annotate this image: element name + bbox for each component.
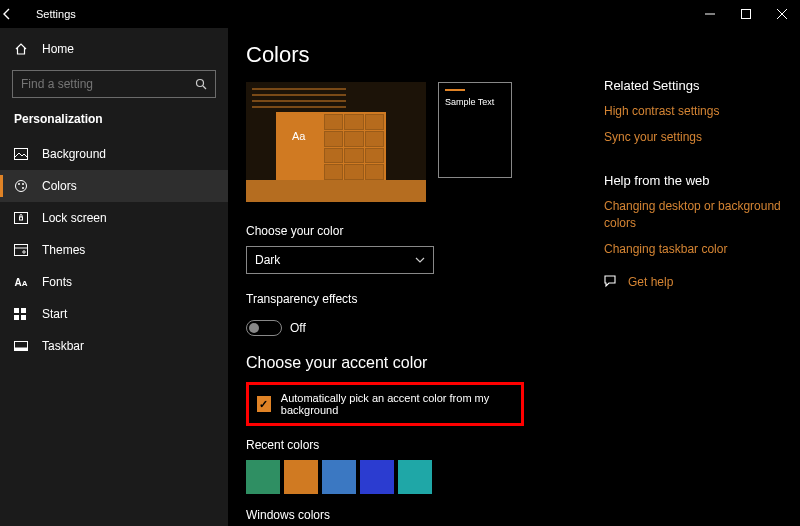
back-button[interactable] — [0, 7, 28, 21]
svg-rect-10 — [20, 217, 23, 220]
recent-colors-label: Recent colors — [246, 438, 800, 452]
close-button[interactable] — [764, 0, 800, 28]
dropdown-value: Dark — [255, 253, 280, 267]
right-column: Related Settings High contrast settings … — [604, 78, 784, 289]
search-input[interactable] — [21, 77, 195, 91]
related-settings-heading: Related Settings — [604, 78, 784, 93]
preview-desktop: Aa — [246, 82, 426, 202]
sidebar-item-fonts[interactable]: AA Fonts — [0, 266, 228, 298]
search-icon — [195, 78, 207, 90]
chevron-down-icon — [415, 257, 425, 263]
palette-icon — [14, 179, 28, 193]
svg-rect-11 — [15, 245, 28, 256]
transparency-label: Transparency effects — [246, 292, 800, 306]
preview-aa: Aa — [292, 130, 305, 142]
sidebar-item-lock-screen[interactable]: Lock screen — [0, 202, 228, 234]
sidebar-item-label: Start — [42, 307, 67, 321]
color-swatch[interactable] — [246, 460, 280, 494]
help-heading: Help from the web — [604, 173, 784, 188]
svg-point-2 — [197, 80, 204, 87]
svg-rect-4 — [15, 149, 28, 160]
sidebar-category: Personalization — [0, 106, 228, 134]
lock-screen-icon — [14, 212, 28, 224]
sidebar-item-label: Lock screen — [42, 211, 107, 225]
sidebar-item-label: Fonts — [42, 275, 72, 289]
sidebar-item-colors[interactable]: Colors — [0, 170, 228, 202]
picture-icon — [14, 148, 28, 160]
svg-point-5 — [16, 181, 27, 192]
taskbar-icon — [14, 341, 28, 351]
content-area: Colors Aa Sample Text Choose your color … — [228, 28, 800, 526]
get-help-label: Get help — [628, 275, 673, 289]
maximize-button[interactable] — [728, 0, 764, 28]
link-changing-desktop-colors[interactable]: Changing desktop or background colors — [604, 198, 784, 230]
sidebar-item-taskbar[interactable]: Taskbar — [0, 330, 228, 362]
link-changing-taskbar-color[interactable]: Changing taskbar color — [604, 241, 784, 257]
sidebar-item-label: Colors — [42, 179, 77, 193]
sidebar: Home Personalization Background Colors L… — [0, 28, 228, 526]
home-icon — [14, 42, 28, 56]
get-help-link[interactable]: Get help — [604, 275, 784, 289]
auto-pick-checkbox[interactable]: ✓ — [257, 396, 271, 412]
color-swatch[interactable] — [360, 460, 394, 494]
sidebar-home-label: Home — [42, 42, 74, 56]
fonts-icon: AA — [14, 275, 28, 289]
sidebar-item-background[interactable]: Background — [0, 138, 228, 170]
svg-rect-13 — [14, 308, 19, 313]
svg-point-12 — [23, 251, 25, 253]
color-swatch[interactable] — [284, 460, 318, 494]
choose-color-dropdown[interactable]: Dark — [246, 246, 434, 274]
svg-rect-14 — [21, 308, 26, 313]
search-box[interactable] — [12, 70, 216, 98]
windows-colors-label: Windows colors — [246, 508, 800, 522]
auto-pick-highlight: ✓ Automatically pick an accent color fro… — [246, 382, 524, 426]
svg-point-6 — [18, 183, 20, 185]
minimize-button[interactable] — [692, 0, 728, 28]
preview-window: Sample Text — [438, 82, 512, 178]
svg-rect-1 — [742, 10, 751, 19]
themes-icon — [14, 244, 28, 256]
window-title: Settings — [36, 8, 692, 20]
sidebar-item-start[interactable]: Start — [0, 298, 228, 330]
page-title: Colors — [246, 42, 800, 68]
title-bar: Settings — [0, 0, 800, 28]
sidebar-item-label: Taskbar — [42, 339, 84, 353]
svg-rect-18 — [15, 348, 28, 351]
sidebar-item-label: Themes — [42, 243, 85, 257]
recent-colors-row — [246, 460, 800, 494]
svg-point-7 — [22, 183, 24, 185]
sidebar-item-themes[interactable]: Themes — [0, 234, 228, 266]
auto-pick-label: Automatically pick an accent color from … — [281, 392, 513, 416]
start-icon — [14, 308, 28, 320]
svg-point-8 — [22, 187, 24, 189]
link-high-contrast[interactable]: High contrast settings — [604, 103, 784, 119]
svg-rect-15 — [14, 315, 19, 320]
sidebar-home[interactable]: Home — [0, 34, 228, 64]
sidebar-item-label: Background — [42, 147, 106, 161]
chat-icon — [604, 275, 618, 288]
svg-line-3 — [203, 86, 206, 89]
accent-heading: Choose your accent color — [246, 354, 800, 372]
color-swatch[interactable] — [398, 460, 432, 494]
transparency-toggle[interactable] — [246, 320, 282, 336]
color-swatch[interactable] — [322, 460, 356, 494]
svg-rect-16 — [21, 315, 26, 320]
link-sync-settings[interactable]: Sync your settings — [604, 129, 784, 145]
transparency-state: Off — [290, 321, 306, 335]
preview-sample-text: Sample Text — [445, 97, 505, 107]
